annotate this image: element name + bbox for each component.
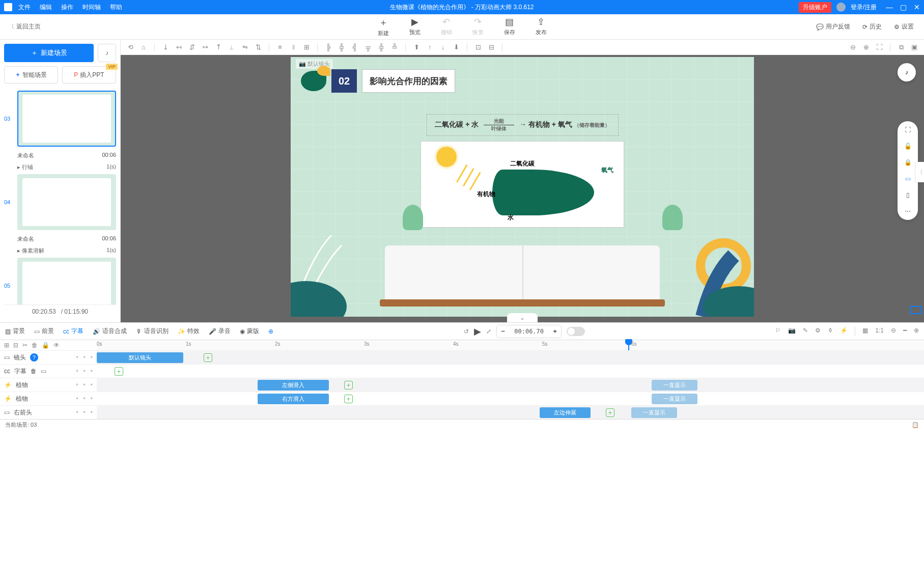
marker-icon[interactable]: ⚐: [775, 327, 781, 336]
timeline-tab-6[interactable]: 🎤录音: [209, 327, 231, 336]
back-home-button[interactable]: 〈 返回主页: [0, 22, 49, 31]
toolbar-right-0[interactable]: 💬用户反馈: [816, 22, 850, 31]
track-dot3-icon[interactable]: •: [91, 395, 93, 402]
clip[interactable]: 左边伸展: [540, 407, 591, 418]
toolbar-btn-5[interactable]: ⇪发布: [536, 16, 547, 37]
scene-thumb[interactable]: [17, 258, 116, 304]
scene-item-04[interactable]: 04: [4, 174, 116, 230]
menu-ops[interactable]: 操作: [61, 3, 73, 12]
group-icon[interactable]: ⊡: [473, 43, 483, 51]
track-lane[interactable]: 右方滑入一直显示 +: [97, 392, 924, 405]
align2-icon[interactable]: ╬: [337, 43, 346, 51]
toolbar-right-2[interactable]: ⚙设置: [894, 22, 914, 31]
add-track-icon[interactable]: ⊞: [4, 342, 9, 349]
user-avatar-icon[interactable]: [836, 3, 846, 12]
timeline-tab-5[interactable]: ✨特效: [178, 327, 200, 336]
adjust-icon[interactable]: ⚙: [815, 327, 821, 336]
layer-back-icon[interactable]: ⬇: [452, 43, 461, 51]
clip[interactable]: 一直显示: [652, 380, 697, 391]
rewind-icon[interactable]: ↺: [464, 328, 469, 335]
scene-item-03[interactable]: 03: [4, 91, 116, 147]
spacing-icon[interactable]: ⊞: [302, 43, 311, 51]
expand-right-tab[interactable]: 〈: [916, 162, 924, 182]
layer-up-icon[interactable]: ↑: [425, 43, 434, 51]
filter-icon[interactable]: ⚱: [828, 327, 833, 336]
zoom-in-tl-icon[interactable]: ⊕: [914, 327, 919, 336]
toolbar-btn-4[interactable]: ▤保存: [504, 16, 515, 37]
align-left-icon[interactable]: ⤓: [161, 43, 170, 51]
track-extra-icon[interactable]: ▭: [41, 368, 46, 375]
clip[interactable]: 一直显示: [631, 407, 677, 418]
track-lane[interactable]: +: [97, 365, 924, 378]
menu-help[interactable]: 帮助: [110, 3, 122, 12]
add-folder-icon[interactable]: ⊟: [13, 342, 18, 349]
track-lane[interactable]: 左侧滑入一直显示 +: [97, 378, 924, 392]
menu-timeline[interactable]: 时间轴: [82, 3, 101, 12]
visible-icon[interactable]: 👁: [53, 342, 60, 349]
clip[interactable]: 右方滑入: [258, 394, 329, 404]
wand-icon[interactable]: ⚡: [840, 327, 848, 336]
time-plus-button[interactable]: +: [549, 325, 561, 338]
canvas-stage[interactable]: 📷 默认镜头 02 影响光合作用的因素 二氧化碳 + 水 光能 叶绿体 → 有机…: [291, 57, 754, 317]
crop-icon[interactable]: ⟲: [126, 43, 135, 51]
track-dot3-icon[interactable]: •: [91, 368, 93, 375]
playhead[interactable]: [628, 340, 629, 350]
mobile-icon[interactable]: ▯: [906, 191, 910, 199]
clip[interactable]: 左侧滑入: [258, 380, 329, 391]
zoom-out-icon[interactable]: ⊖: [848, 43, 857, 51]
align6-icon[interactable]: ╩: [390, 43, 399, 51]
grid-icon[interactable]: ▦: [862, 327, 868, 336]
new-scene-button[interactable]: ＋ 新建场景: [4, 44, 94, 62]
flip-h-icon[interactable]: ⇋: [240, 43, 249, 51]
play-icon[interactable]: ▶: [474, 326, 481, 337]
scene-item-05[interactable]: 05: [4, 258, 116, 304]
lock-track-icon[interactable]: 🔒: [42, 342, 49, 349]
toolbar-btn-0[interactable]: ＋新建: [378, 16, 389, 37]
track-lane[interactable]: 左边伸展一直显示 +: [97, 406, 924, 419]
timeline-tab-1[interactable]: ▭前景: [34, 327, 54, 336]
timeline-tab-2[interactable]: cc字幕: [63, 327, 83, 336]
track-dot1-icon[interactable]: •: [76, 354, 78, 361]
zoom-slider-icon[interactable]: ━: [903, 327, 907, 336]
track-extra-icon[interactable]: 🗑: [31, 368, 37, 375]
zoom-fit-icon[interactable]: ⛶: [875, 43, 884, 51]
timeline-tab-7[interactable]: ◉蒙版: [240, 327, 259, 336]
align-right-icon[interactable]: ⇵: [187, 43, 197, 51]
transition-row[interactable]: ▸ 行铺1(s): [4, 162, 116, 174]
track-dot2-icon[interactable]: •: [83, 381, 86, 388]
transition-row[interactable]: ▸ 像素溶解1(s): [4, 246, 116, 258]
align5-icon[interactable]: ╬: [377, 43, 386, 51]
scene-thumb[interactable]: [17, 91, 116, 147]
align-center-h-icon[interactable]: ↤: [174, 43, 183, 51]
track-dot1-icon[interactable]: •: [76, 368, 78, 375]
add-keyframe-icon[interactable]: +: [606, 408, 614, 417]
menu-file[interactable]: 文件: [18, 3, 31, 12]
more-icon[interactable]: ⋯: [905, 208, 911, 215]
track-dot3-icon[interactable]: •: [91, 381, 93, 388]
track-dot2-icon[interactable]: •: [83, 368, 86, 375]
zoom-out-tl-icon[interactable]: ⊖: [891, 327, 896, 336]
add-keyframe-icon[interactable]: +: [204, 353, 212, 362]
lock-icon[interactable]: 🔒: [904, 159, 912, 166]
track-dot3-icon[interactable]: •: [91, 409, 93, 416]
ungroup-icon[interactable]: ⊟: [487, 43, 496, 51]
fullscreen-play-icon[interactable]: ⤢: [486, 328, 491, 335]
menu-edit[interactable]: 编辑: [40, 3, 52, 12]
camera-icon[interactable]: 📷: [788, 327, 796, 336]
clip[interactable]: 一直显示: [652, 394, 697, 404]
home-icon[interactable]: ⌂: [139, 43, 148, 51]
tab-more-icon[interactable]: ⊕: [268, 328, 273, 335]
timeline-tab-4[interactable]: 🎙语音识别: [136, 327, 169, 336]
distribute-v-icon[interactable]: ⦀: [289, 43, 298, 51]
close-icon[interactable]: ✕: [914, 3, 920, 11]
layer-down-icon[interactable]: ↓: [438, 43, 447, 51]
unlock-icon[interactable]: 🔓: [904, 143, 912, 150]
ratio-icon[interactable]: 1:1: [875, 327, 884, 336]
music-float-button[interactable]: ♪: [898, 63, 916, 81]
edit-icon[interactable]: ✎: [803, 327, 808, 336]
add-keyframe-icon[interactable]: +: [115, 367, 123, 376]
track-dot3-icon[interactable]: •: [91, 354, 93, 361]
collapse-canvas-tab[interactable]: ⌄: [507, 313, 538, 322]
upgrade-button[interactable]: 升级账户: [799, 2, 831, 13]
minimize-icon[interactable]: —: [886, 3, 893, 11]
